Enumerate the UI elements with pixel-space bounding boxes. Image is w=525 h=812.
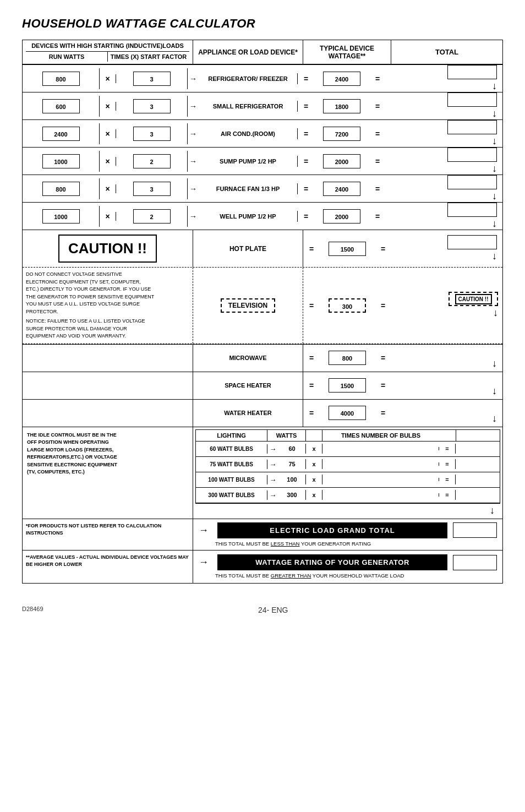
bulb-watts-3: 300 (278, 490, 306, 500)
run-watts-1: 600 (42, 99, 80, 113)
grand-total-output[interactable] (453, 522, 497, 538)
header-total: TOTAL (391, 40, 502, 64)
start-factor-2: 3 (133, 127, 171, 141)
bulb-count-1[interactable] (322, 462, 439, 466)
bulb-watts-1: 75 (278, 459, 306, 469)
dashed-line3: ETC.) DIRECTLY TO YOUR GENERATOR. IF YOU… (26, 286, 189, 293)
start-factor-3: 2 (133, 154, 171, 168)
tv-caution-sm: CAUTION !! (455, 294, 492, 304)
device-5: WELL PUMP 1/2 HP (199, 211, 298, 222)
run-watts-0: 800 (42, 72, 80, 86)
table-row: 2400 × 3 → AIR COND.(ROOM) = 7200 = ↓ (23, 119, 502, 147)
typical-5: 2000 (323, 209, 360, 224)
table-row: 1000 × 2 → WELL PUMP 1/2 HP = 2000 = ↓ (23, 202, 502, 230)
grand-total-note-prefix: THIS TOTAL MUST BE (215, 541, 271, 547)
eq1-4: = (298, 184, 314, 193)
times-symbol-3: × (100, 157, 116, 166)
typical-1: 1800 (323, 99, 360, 113)
dashed-line2: ELECTRONIC EQUIPMENT (TV SET, COMPUTER, (26, 279, 189, 286)
start-factor-5: 2 (133, 209, 171, 224)
dashed-line7: NOTICE: FAILURE TO USE A U.L. LISTED VOL… (26, 318, 189, 325)
bulb-output-2[interactable] (456, 478, 500, 481)
eq2-3: = (369, 157, 386, 166)
start-factor-4: 3 (133, 182, 171, 196)
dashed-line4: THE GENERATOR TO POWER SENSITIVE EQUIPME… (26, 293, 189, 301)
footnote1: *FOR PRODUCTS NOT LISTED REFER TO CALCUL… (26, 522, 189, 537)
total-output-5[interactable] (447, 203, 497, 217)
times-symbol-1: × (100, 102, 116, 111)
arrow-3: → (188, 157, 199, 166)
bulb-output-1[interactable] (456, 462, 500, 466)
bulb-arrow-3: → (267, 491, 278, 499)
start-factor-1: 3 (133, 99, 171, 113)
dashed-line1: DO NOT CONNECT VOLTAGE SENSITIVE (26, 271, 189, 279)
arrow-0: → (188, 74, 199, 83)
bulb-row: 60 WATT BULBS → 60 x = (196, 442, 500, 457)
times-symbol-5: × (100, 212, 116, 221)
bulb-output-3[interactable] (456, 493, 500, 497)
gen-note-greater: GREATER THAN (271, 573, 311, 579)
device-4: FURNACE FAN 1/3 HP (199, 183, 298, 194)
bulb-count-3[interactable] (322, 493, 439, 497)
typical-3: 2000 (323, 154, 360, 168)
grand-total-less: LESS THAN (271, 541, 300, 547)
header-appliance: APPLIANCE OR LOAD DEVICE* (193, 40, 303, 64)
bulb-eq-1: = (439, 459, 456, 469)
bulb-row: 300 WATT BULBS → 300 x = (196, 488, 500, 503)
watts-header: WATTS (267, 430, 306, 441)
eq2-5: = (369, 212, 386, 221)
typical-0: 2400 (323, 72, 360, 86)
bulb-eq-0: = (439, 444, 456, 454)
run-watts-3: 1000 (42, 154, 80, 168)
idle-line6: (TV, COMPUTERS, ETC.) (27, 468, 188, 476)
space-heater-label: SPACE HEATER (193, 372, 303, 399)
microwave-label: MICROWAVE (193, 345, 303, 372)
eq2-4: = (369, 184, 386, 193)
space-heater-typical: 1500 (329, 378, 366, 393)
run-watts-5: 1000 (42, 209, 80, 224)
bulb-arrow-2: → (267, 476, 278, 484)
hot-plate-output[interactable] (447, 235, 497, 249)
hot-plate-eq2: = (375, 230, 391, 267)
bulb-count-0[interactable] (322, 447, 439, 450)
bulb-watts-2: 100 (278, 475, 306, 484)
run-watts-4: 800 (42, 182, 80, 196)
eq2-1: = (369, 102, 386, 111)
eq1-2: = (298, 129, 314, 138)
bulb-label-3: 300 WATT BULBS (196, 491, 267, 500)
eq1-5: = (298, 212, 314, 221)
arrow-4: → (188, 184, 199, 193)
bulb-label-2: 100 WATT BULBS (196, 475, 267, 484)
generator-output[interactable] (453, 555, 497, 570)
bulb-count-2[interactable] (322, 478, 439, 481)
bulb-x-2: x (306, 475, 322, 484)
gen-note-prefix: THIS TOTAL MUST BE (215, 573, 271, 579)
bulb-row: 75 WATT BULBS → 75 x = (196, 457, 500, 472)
total-output-2[interactable] (447, 120, 497, 134)
total-output-1[interactable] (447, 92, 497, 107)
header-wattage: TYPICAL DEVICE WATTAGE** (303, 40, 391, 64)
hot-plate-label: HOT PLATE (193, 230, 303, 267)
bulb-eq-3: = (439, 490, 456, 500)
generator-rating-bar: WATTAGE RATING OF YOUR GENERATOR (217, 554, 447, 570)
bulb-label-0: 60 WATT BULBS (196, 444, 267, 454)
gen-note-suffix: YOUR HOUSEHOLD WATTAGE LOAD (311, 573, 404, 579)
tv-equals: = (303, 268, 320, 344)
bulb-x-0: x (306, 444, 322, 454)
table-row: 800 × 3 → FURNACE FAN 1/3 HP = 2400 = ↓ (23, 175, 502, 202)
water-heater-label: WATER HEATER (193, 400, 303, 427)
dashed-line8: SURGE PROTECTOR WILL DAMAGE YOUR (26, 325, 189, 333)
bulb-arrow-0: → (267, 445, 278, 453)
arrow-5: → (188, 212, 199, 221)
total-output-0[interactable] (447, 65, 497, 79)
idle-line2: OFF POSITION WHEN OPERATING (27, 439, 188, 446)
bulb-row: 100 WATT BULBS → 100 x = (196, 472, 500, 488)
tv-typical: 300 (329, 298, 366, 313)
bulb-output-0[interactable] (456, 447, 500, 450)
times-symbol-0: × (100, 74, 116, 83)
total-output-3[interactable] (447, 148, 497, 162)
hot-plate-typical: 1500 (329, 242, 366, 256)
total-output-4[interactable] (447, 175, 497, 189)
table-row: 1000 × 2 → SUMP PUMP 1/2 HP = 2000 = ↓ (23, 147, 502, 175)
eq2-2: = (369, 129, 386, 138)
